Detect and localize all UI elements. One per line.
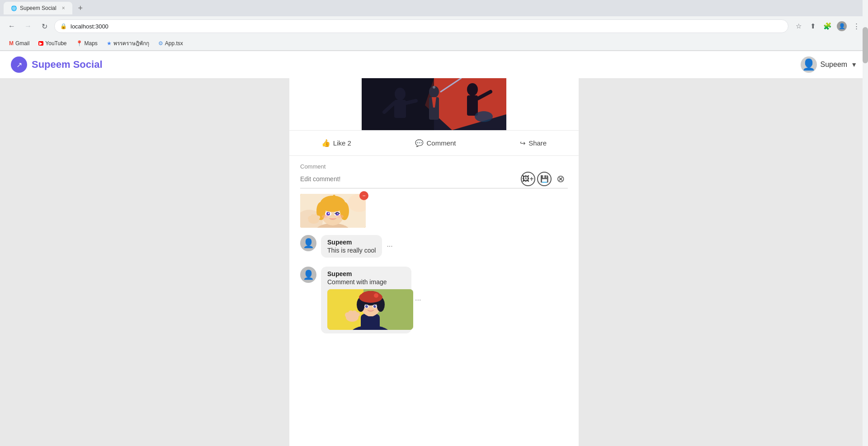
bookmark-star-button[interactable]: ☆ [792,20,805,33]
add-image-icon: 🖼+ [522,175,533,183]
comment-text-input[interactable] [300,175,521,183]
bookmark-gmail-label: Gmail [15,40,29,47]
svg-point-30 [328,213,330,214]
comment-image-svg [327,289,413,330]
reload-button[interactable]: ↻ [38,20,51,33]
svg-point-15 [433,86,435,89]
share-button[interactable]: ⬆ [807,20,819,33]
tab-title: Supeem Social [20,5,57,11]
app-logo[interactable]: ↗ Supeem Social [11,56,103,73]
comment-more-button-2[interactable]: ··· [415,296,421,304]
avatar-icon: 👤 [802,58,816,71]
comment-icon: 💬 [415,139,424,147]
bookmark-thai-label: พรรคราษฎิพักกุ [113,39,149,47]
avatar-icon-1: 👤 [303,238,314,249]
comment-content-2: Supeem Comment with image [321,267,421,333]
comment-bubble-2: Supeem Comment with image [321,267,411,333]
comment-avatar-2: 👤 [300,267,316,283]
save-icon: 💾 [540,175,549,183]
save-comment-button[interactable]: 💾 [537,172,552,186]
bookmarks-bar: M Gmail ▶ YouTube 📍 Maps ★ พรรคราษฎิพักก… [0,36,868,51]
svg-point-3 [395,88,406,100]
add-image-button[interactable]: 🖼+ [521,172,535,186]
comment-item: 👤 Supeem This is really cool ··· [300,235,568,258]
user-menu[interactable]: 👤 Supeem ▼ [801,56,857,73]
avatar-icon-2: 👤 [303,269,314,280]
scrollbar-thumb[interactable] [863,27,868,63]
dropdown-arrow-icon: ▼ [851,61,857,68]
action-bar: 👍 Like 2 💬 Comment ↪ Share [289,130,579,156]
new-tab-button[interactable]: + [74,2,87,14]
svg-point-57 [367,305,368,306]
user-name: Supeem [821,61,848,69]
svg-point-32 [322,215,328,218]
app-title: Supeem Social [32,59,103,70]
svg-rect-4 [394,100,406,118]
bookmark-maps[interactable]: 📍 Maps [72,39,101,47]
share-post-button[interactable]: ↪ Share [513,136,554,150]
comment-text-1: This is really cool [327,247,376,254]
remove-image-button[interactable]: − [359,191,368,200]
share-post-icon: ↪ [520,139,526,147]
comment-bubble-wrapper-1: Supeem This is really cool ··· [321,235,393,258]
bookmark-gmail[interactable]: M Gmail [5,39,33,47]
svg-point-10 [467,83,478,96]
left-sidebar [90,78,289,446]
comment-author-1: Supeem [327,239,376,246]
bookmark-maps-label: Maps [85,40,98,47]
comment-more-button-1[interactable]: ··· [387,242,392,250]
comment-attached-image [327,289,413,330]
comment-input-row: 🖼+ 💾 ⊗ [300,172,568,188]
bookmark-app[interactable]: ⚙ App.tsx [155,39,187,47]
active-tab[interactable]: 🌐 Supeem Social × [4,2,72,14]
comment-text-2: Comment with image [327,278,405,286]
app-header: ↗ Supeem Social 👤 Supeem ▼ [0,51,868,78]
page-content: 👍 Like 2 💬 Comment ↪ Share Comment 🖼+ [0,78,868,446]
comment-label: Comment [426,139,456,147]
bookmark-youtube[interactable]: ▶ YouTube [35,39,70,47]
preview-image-svg [300,194,366,228]
browser-toolbar: ← → ↻ 🔒 localhost:3000 ☆ ⬆ 🧩 👤 ⋮ [0,16,868,36]
remove-icon: − [362,192,365,199]
preview-image [300,194,366,228]
post-image-svg [362,78,506,130]
svg-point-33 [337,215,344,218]
profile-button[interactable]: 👤 [835,20,848,33]
share-label: Share [528,139,547,147]
comment-bubble-1: Supeem This is really cool [321,235,382,258]
comment-image-preview: − [300,194,366,228]
comment-actions: 🖼+ 💾 ⊗ [521,172,568,186]
gmail-icon: M [9,40,14,47]
post-image-container [289,78,579,130]
comment-field-label: Comment [300,163,568,170]
youtube-icon: ▶ [38,41,43,46]
like-button[interactable]: 👍 Like 2 [314,136,359,150]
forward-button[interactable]: → [22,20,34,33]
svg-point-25 [332,195,336,202]
cancel-icon: ⊗ [557,173,565,185]
browser-tabs: 🌐 Supeem Social × + [0,0,868,16]
svg-point-58 [375,305,376,306]
app-icon: ⚙ [158,40,163,47]
bookmark-thai[interactable]: ★ พรรคราษฎิพักกุ [103,38,153,48]
comment-author-2: Supeem [327,270,405,277]
back-button[interactable]: ← [5,20,18,33]
address-bar[interactable]: 🔒 localhost:3000 [54,19,788,33]
svg-point-38 [316,216,320,219]
right-sidebar [579,78,778,446]
svg-point-55 [365,305,368,308]
menu-button[interactable]: ⋮ [850,20,863,33]
svg-line-6 [406,101,416,103]
bookmark-app-label: App.tsx [165,40,183,47]
bookmark-youtube-label: YouTube [45,40,66,47]
extensions-button[interactable]: 🧩 [821,20,834,33]
like-icon: 👍 [321,139,330,147]
comment-input-section: Comment 🖼+ 💾 ⊗ [289,156,579,350]
thai-icon: ★ [107,40,112,47]
center-column: 👍 Like 2 💬 Comment ↪ Share Comment 🖼+ [289,78,579,446]
comment-item-2: 👤 Supeem Comment with image [300,267,568,333]
cancel-comment-button[interactable]: ⊗ [553,172,568,186]
comment-button[interactable]: 💬 Comment [408,136,463,150]
svg-point-52 [374,293,378,298]
svg-rect-44 [361,314,380,330]
